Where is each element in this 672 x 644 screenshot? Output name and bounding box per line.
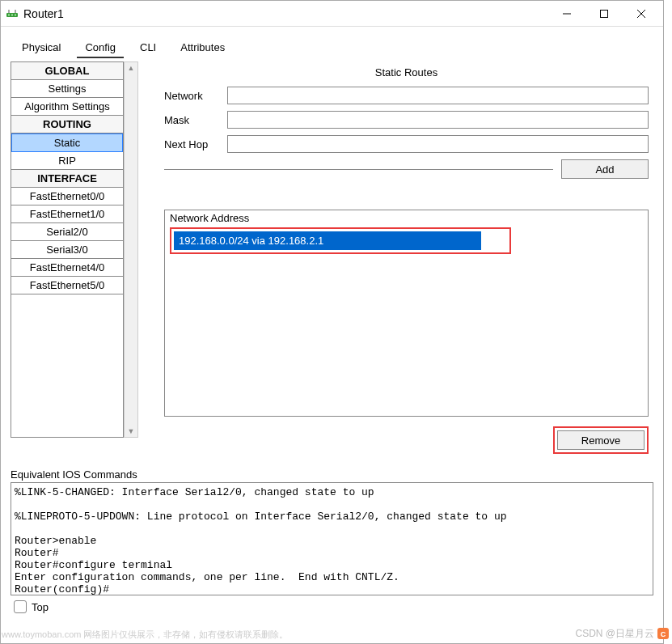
csdn-icon: C [656, 626, 670, 641]
sidebar-scrollbar[interactable]: ▲ ▼ [124, 61, 138, 438]
sidebar-header-interface: INTERFACE [11, 170, 123, 188]
nexthop-label: Next Hop [164, 138, 221, 150]
scroll-down-icon[interactable]: ▼ [128, 427, 135, 435]
watermark-right: CSDN @日星月云 C [575, 626, 670, 641]
sidebar-item-fa00[interactable]: FastEthernet0/0 [11, 188, 123, 205]
sidebar-item-se30[interactable]: Serial3/0 [11, 241, 123, 259]
remove-button[interactable]: Remove [557, 430, 645, 450]
maximize-button[interactable] [585, 2, 623, 26]
nexthop-input[interactable] [227, 135, 649, 153]
ios-output[interactable]: %LINK-5-CHANGED: Interface Serial2/0, ch… [11, 482, 653, 595]
mask-label: Mask [164, 114, 221, 126]
tab-config[interactable]: Config [77, 38, 124, 58]
minimize-button[interactable] [548, 2, 585, 26]
route-list: Network Address 192.168.0.0/24 via 192.1… [164, 210, 649, 417]
route-entry[interactable]: 192.168.0.0/24 via 192.168.2.1 [174, 231, 481, 250]
svg-point-2 [11, 14, 13, 15]
titlebar: Router1 [1, 1, 663, 27]
route-entry-highlight: 192.168.0.0/24 via 192.168.2.1 [170, 227, 511, 254]
sidebar-item-algorithm-settings[interactable]: Algorithm Settings [11, 98, 123, 116]
watermark-left: www.toymoban.com 网络图片仅供展示，非存储，如有侵权请联系删除。 [2, 629, 288, 641]
tab-bar: Physical Config CLI Attributes [11, 38, 653, 58]
panel-title: Static Routes [164, 66, 649, 78]
sidebar-header-routing: ROUTING [11, 116, 123, 133]
svg-text:C: C [661, 630, 666, 638]
router-icon [6, 7, 19, 20]
sidebar-item-static[interactable]: Static [11, 133, 123, 152]
ios-commands-label: Equivalent IOS Commands [11, 468, 653, 481]
tab-physical[interactable]: Physical [14, 38, 69, 58]
window-controls [548, 2, 660, 26]
sidebar-item-settings[interactable]: Settings [11, 80, 123, 98]
divider [164, 169, 553, 170]
tab-cli[interactable]: CLI [132, 38, 164, 58]
window-title: Router1 [23, 7, 64, 20]
sidebar-item-fa10[interactable]: FastEthernet1/0 [11, 205, 123, 223]
route-list-header: Network Address [170, 212, 643, 224]
top-checkbox[interactable] [14, 600, 27, 613]
close-button[interactable] [623, 2, 660, 26]
sidebar-item-fa50[interactable]: FastEthernet5/0 [11, 277, 123, 294]
watermark-text: CSDN @日星月云 [575, 627, 654, 641]
scroll-up-icon[interactable]: ▲ [128, 64, 135, 72]
sidebar-header-global: GLOBAL [11, 62, 123, 80]
network-input[interactable] [227, 87, 649, 104]
sidebar-item-se20[interactable]: Serial2/0 [11, 223, 123, 241]
config-sidebar: GLOBAL Settings Algorithm Settings ROUTI… [11, 61, 124, 438]
sidebar-item-rip[interactable]: RIP [11, 152, 123, 170]
network-label: Network [164, 90, 221, 102]
add-button[interactable]: Add [561, 159, 649, 179]
remove-highlight: Remove [553, 426, 649, 454]
svg-rect-5 [601, 10, 608, 17]
svg-point-1 [8, 14, 10, 15]
route-entry-spacer [483, 231, 507, 250]
mask-input[interactable] [227, 111, 649, 129]
svg-point-3 [15, 14, 16, 15]
top-label: Top [32, 601, 49, 613]
tab-attributes[interactable]: Attributes [172, 38, 233, 58]
sidebar-item-fa40[interactable]: FastEthernet4/0 [11, 259, 123, 277]
